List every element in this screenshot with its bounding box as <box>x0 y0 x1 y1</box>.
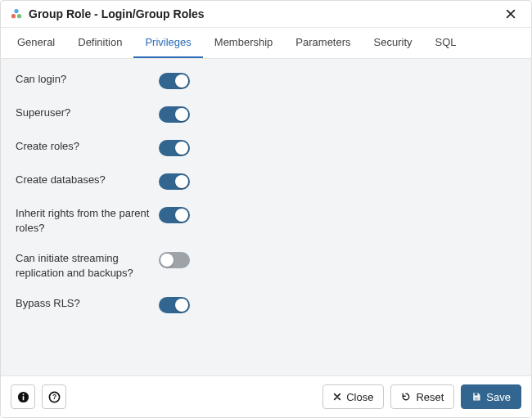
tab-sql[interactable]: SQL <box>424 28 468 58</box>
close-button[interactable]: Close <box>322 384 384 409</box>
info-button[interactable] <box>11 384 35 409</box>
svg-point-1 <box>11 14 16 18</box>
switch-bypass-rls[interactable] <box>159 297 190 313</box>
tab-bar: General Definition Privileges Membership… <box>1 28 531 59</box>
privileges-panel: Can login? Superuser? Create roles? Crea… <box>1 59 531 375</box>
dialog-footer: ? Close Reset Save <box>1 375 531 417</box>
switch-superuser[interactable] <box>159 106 190 123</box>
dialog-title: Group Role - Login/Group Roles <box>29 7 505 20</box>
tab-privileges[interactable]: Privileges <box>133 28 202 58</box>
tab-general[interactable]: General <box>6 28 66 58</box>
row-inherit-rights: Inherit rights from the parent roles? <box>16 206 516 235</box>
tab-security[interactable]: Security <box>363 28 424 58</box>
svg-text:?: ? <box>52 393 56 401</box>
switch-create-roles[interactable] <box>159 140 190 156</box>
svg-point-0 <box>14 9 18 13</box>
title-bar: Group Role - Login/Group Roles <box>1 1 531 28</box>
reset-button-label: Reset <box>416 391 444 403</box>
switch-streaming-replication[interactable] <box>159 252 190 268</box>
switch-create-databases[interactable] <box>159 173 190 190</box>
app-icon <box>11 8 22 20</box>
switch-inherit-rights[interactable] <box>159 207 190 223</box>
tab-definition[interactable]: Definition <box>66 28 133 58</box>
svg-rect-4 <box>22 396 24 400</box>
row-superuser: Superuser? <box>16 106 516 123</box>
label-create-databases: Create databases? <box>16 173 159 187</box>
row-can-login: Can login? <box>16 72 516 89</box>
tab-parameters[interactable]: Parameters <box>284 28 362 58</box>
help-button[interactable]: ? <box>42 384 66 409</box>
label-create-roles: Create roles? <box>16 139 159 154</box>
svg-rect-8 <box>475 393 478 396</box>
switch-can-login[interactable] <box>159 73 190 89</box>
row-streaming-replication: Can initiate streaming replication and b… <box>16 251 516 280</box>
row-create-roles: Create roles? <box>16 139 516 156</box>
label-superuser: Superuser? <box>16 106 159 120</box>
close-button-label: Close <box>346 391 373 403</box>
tab-membership[interactable]: Membership <box>203 28 285 58</box>
label-inherit-rights: Inherit rights from the parent roles? <box>16 206 159 235</box>
save-button[interactable]: Save <box>461 384 521 409</box>
reset-button[interactable]: Reset <box>390 384 454 409</box>
row-bypass-rls: Bypass RLS? <box>16 296 516 313</box>
label-bypass-rls: Bypass RLS? <box>16 296 159 311</box>
row-create-databases: Create databases? <box>16 173 516 190</box>
label-streaming-replication: Can initiate streaming replication and b… <box>16 251 159 280</box>
close-x-icon <box>333 393 341 401</box>
close-icon[interactable] <box>505 8 521 20</box>
reset-icon <box>401 392 411 402</box>
svg-rect-9 <box>475 398 479 400</box>
svg-point-5 <box>22 393 24 395</box>
save-button-label: Save <box>486 391 511 403</box>
label-can-login: Can login? <box>16 72 159 87</box>
save-icon <box>471 392 481 402</box>
svg-point-2 <box>17 14 21 18</box>
